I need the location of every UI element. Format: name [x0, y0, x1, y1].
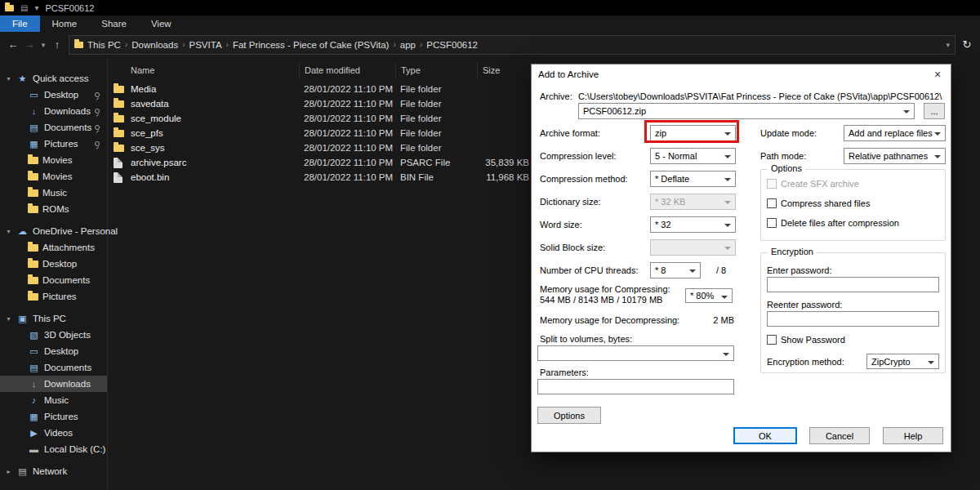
parameters-label: Parameters: [540, 368, 589, 377]
encryption-method-combo[interactable]: ZipCrypto [866, 354, 939, 369]
compression-method-combo[interactable]: * Deflate [650, 171, 736, 187]
archive-name-combo[interactable]: PCSF00612.zip [578, 103, 915, 119]
sidebar-item-local-disk[interactable]: ▬ Local Disk (C:) [0, 441, 107, 457]
sidebar-item-movies[interactable]: Movies [0, 152, 107, 168]
tab-view[interactable]: View [139, 16, 184, 32]
close-icon[interactable]: × [924, 65, 951, 84]
browse-button[interactable]: ... [924, 103, 945, 119]
show-password-checkbox[interactable]: Show Password [767, 335, 845, 345]
path-mode-combo[interactable]: Relative pathnames [844, 148, 946, 164]
item-label: ROMs [42, 204, 69, 214]
sidebar-item-roms[interactable]: ROMs [0, 201, 107, 217]
archive-format-value: zip [655, 128, 666, 138]
sidebar-item-onedrive-desktop[interactable]: Desktop [0, 256, 107, 272]
delete-after-checkbox[interactable]: Delete files after compression [767, 218, 899, 228]
sidebar-item-documents[interactable]: ▤ Documents [0, 119, 107, 136]
update-mode-combo[interactable]: Add and replace files [844, 125, 946, 141]
chevron-down-icon[interactable]: ▾ [4, 228, 13, 235]
archive-path: C:\Users\tobey\Downloads\PSVITA\Fat Prin… [578, 91, 942, 101]
sidebar-item-pc-documents[interactable]: ▤ Documents [0, 359, 107, 376]
sidebar-section-network[interactable]: ▸ ▤ Network [0, 463, 107, 479]
enter-password-input[interactable] [767, 277, 939, 292]
sidebar-item-onedrive-documents[interactable]: Documents [0, 272, 107, 288]
add-to-archive-dialog: Add to Archive × Archive: C:\Users\tobey… [531, 64, 951, 452]
compress-shared-checkbox[interactable]: Compress shared files [767, 198, 870, 208]
sidebar-item-music[interactable]: Music [0, 185, 107, 201]
forward-icon[interactable]: → [21, 36, 38, 54]
word-size-combo[interactable]: * 32 [650, 216, 736, 233]
sidebar-item-pc-videos[interactable]: ▶ Videos [0, 425, 107, 441]
computer-icon: ▣ [16, 314, 29, 324]
item-label: Documents [44, 363, 91, 372]
column-header-name[interactable]: Name [131, 65, 299, 75]
file-row-sce-module[interactable]: sce_module 28/01/2022 11:10 PM File fold… [108, 111, 536, 126]
breadcrumb-pcsf00612[interactable]: PCSF00612 [422, 40, 482, 50]
tab-home[interactable]: Home [40, 16, 90, 32]
file-row-savedata[interactable]: savedata 28/01/2022 11:10 PM File folder [108, 96, 536, 111]
chevron-down-icon[interactable]: ▾ [4, 315, 13, 323]
address-dropdown-icon[interactable]: ▾ [946, 41, 950, 49]
sidebar-section-quick-access[interactable]: ▾ ★ Quick access [0, 70, 107, 87]
column-header-size[interactable]: Size [477, 62, 536, 78]
file-row-sce-pfs[interactable]: sce_pfs 28/01/2022 11:10 PM File folder [108, 126, 536, 140]
file-size: 11,968 KB [477, 172, 536, 182]
file-row-media[interactable]: Media 28/01/2022 11:10 PM File folder [108, 82, 536, 96]
dictionary-size-label: Dictionary size: [540, 197, 601, 207]
breadcrumb-app[interactable]: app [396, 40, 420, 50]
breadcrumb-this-pc[interactable]: This PC [83, 40, 125, 50]
video-icon: ▶ [28, 428, 40, 439]
reenter-password-input[interactable] [767, 311, 939, 327]
breadcrumb-downloads[interactable]: Downloads [127, 40, 182, 50]
chevron-down-icon[interactable]: ▾ [4, 75, 13, 82]
up-icon[interactable]: ↑ [49, 36, 65, 54]
toolbar-dropdown-icon[interactable]: ▾ [34, 3, 38, 12]
cpu-threads-combo[interactable]: * 8 [650, 262, 701, 278]
sidebar-item-movies-2[interactable]: Movies [0, 168, 107, 185]
split-volumes-combo[interactable] [537, 345, 734, 361]
back-icon[interactable]: ← [5, 36, 21, 54]
delete-after-label: Delete files after compression [781, 218, 899, 228]
compression-level-value: 5 - Normal [655, 151, 697, 161]
tab-share[interactable]: Share [89, 16, 139, 32]
dialog-title: Add to Archive [538, 69, 599, 79]
address-field[interactable]: This PC › Downloads › PSVITA › Fat Princ… [69, 35, 956, 55]
file-row-archive-psarc[interactable]: archive.psarc 28/01/2022 11:10 PM PSARC … [108, 155, 536, 170]
sidebar-item-3d-objects[interactable]: ▧ 3D Objects [0, 327, 107, 343]
folder-icon [114, 145, 124, 152]
file-row-eboot-bin[interactable]: eboot.bin 28/01/2022 11:10 PM BIN File 1… [108, 170, 536, 185]
sidebar-item-onedrive-pictures[interactable]: Pictures [0, 288, 107, 305]
compression-level-combo[interactable]: 5 - Normal [650, 148, 736, 164]
sidebar-section-this-pc[interactable]: ▾ ▣ This PC [0, 310, 107, 327]
breadcrumb-fat-princess[interactable]: Fat Princess - Piece of Cake (PSVita) [229, 40, 394, 50]
ok-button[interactable]: OK [733, 427, 797, 444]
folder-icon [114, 130, 124, 137]
chevron-right-icon[interactable]: ▸ [4, 468, 13, 475]
column-header-type[interactable]: Type [395, 62, 477, 78]
refresh-icon[interactable]: ↻ [959, 36, 975, 54]
sidebar-item-pc-desktop[interactable]: ▭ Desktop [0, 343, 107, 359]
breadcrumb-psvita[interactable]: PSVITA [185, 40, 226, 50]
sidebar-item-attachments[interactable]: Attachments [0, 239, 107, 256]
column-header-date-modified[interactable]: Date modified [299, 62, 395, 78]
sidebar-item-pc-pictures[interactable]: ▦ Pictures [0, 408, 107, 425]
music-icon: ♪ [28, 395, 40, 405]
pin-icon [95, 125, 100, 130]
help-button[interactable]: Help [883, 427, 943, 444]
sidebar-item-pc-downloads[interactable]: ↓ Downloads [0, 376, 107, 392]
sidebar-item-downloads[interactable]: ↓ Downloads [0, 103, 107, 119]
tab-file[interactable]: File [0, 16, 40, 32]
recent-locations-icon[interactable]: ▾ [38, 36, 49, 54]
parameters-input[interactable] [537, 379, 734, 394]
sidebar-item-pc-music[interactable]: ♪ Music [0, 392, 107, 408]
sidebar-item-pictures[interactable]: ▦ Pictures [0, 136, 107, 152]
file-row-sce-sys[interactable]: sce_sys 28/01/2022 11:10 PM File folder [108, 140, 536, 155]
quick-access-toolbar-icon[interactable]: ▤ [20, 3, 28, 12]
cancel-button[interactable]: Cancel [809, 427, 870, 444]
sidebar-item-desktop[interactable]: ▭ Desktop [0, 87, 107, 103]
update-mode-value: Add and replace files [849, 128, 933, 138]
options-button[interactable]: Options [537, 407, 601, 424]
file-type: BIN File [395, 172, 477, 182]
archive-format-combo[interactable]: zip [650, 125, 736, 141]
sidebar-section-onedrive[interactable]: ▾ ☁ OneDrive - Personal [0, 223, 107, 239]
memory-compress-percent-combo[interactable]: * 80% [685, 288, 733, 303]
